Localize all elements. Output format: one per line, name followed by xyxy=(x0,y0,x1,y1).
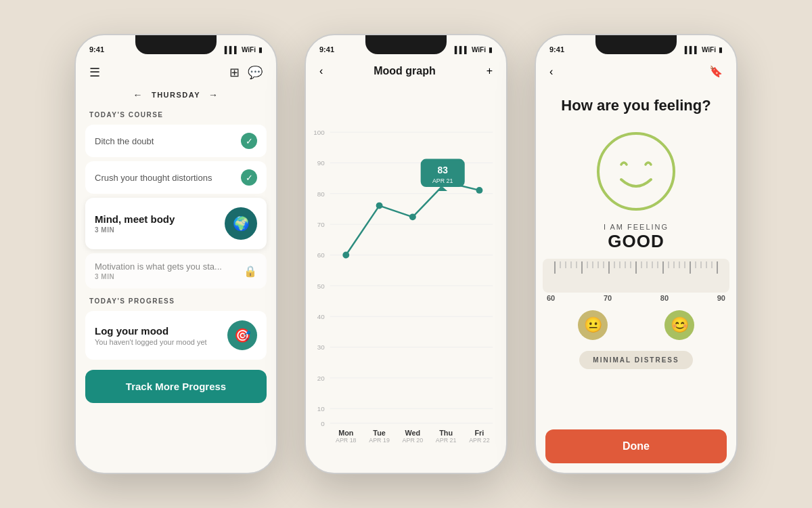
svg-text:APR 20: APR 20 xyxy=(403,438,424,444)
feeling-section: How are you feeling? I AM FEELING GOOD xyxy=(536,83,736,259)
svg-text:30: 30 xyxy=(317,343,325,351)
svg-text:60: 60 xyxy=(317,251,325,259)
phone-3: 9:41 ▌▌▌ WiFi ▮ ‹ 🔖 How are you feeling?… xyxy=(535,34,738,474)
section-course-label: TODAY'S COURSE xyxy=(76,104,276,123)
svg-text:10: 10 xyxy=(317,405,325,412)
notch xyxy=(135,35,217,54)
svg-text:83: 83 xyxy=(438,165,449,175)
feeling-question: How are you feeling? xyxy=(561,97,710,114)
phone1-header: ☰ ⊞ 💬 xyxy=(76,60,276,85)
signal-icon-2: ▌▌▌ xyxy=(455,46,469,54)
feeling-label: I AM FEELING xyxy=(604,223,669,231)
progress-sub: You haven't logged your mood yet xyxy=(95,338,207,346)
wifi-icon-3: WiFi xyxy=(702,46,716,54)
progress-item-text: Log your mood You haven't logged your mo… xyxy=(95,325,207,346)
mood-graph-title: Mood graph xyxy=(374,65,436,77)
back-icon-2[interactable]: ‹ xyxy=(319,65,323,77)
course-item-4: Motivation is what gets you sta... 3 MIN… xyxy=(85,253,267,289)
neutral-emoji[interactable]: 😐 xyxy=(578,310,608,340)
notch-2 xyxy=(365,35,447,54)
course-sub-3: 3 MIN xyxy=(95,226,175,234)
check-icon-1: ✓ xyxy=(241,133,257,149)
next-day-arrow[interactable]: → xyxy=(208,89,219,100)
signal-icon: ▌▌▌ xyxy=(225,46,239,54)
svg-text:Thu: Thu xyxy=(439,429,453,437)
phone-1: 9:41 ▌▌▌ WiFi ▮ ☰ ⊞ 💬 ← THURSDAY → TODAY… xyxy=(74,34,277,474)
svg-point-22 xyxy=(342,252,349,259)
svg-text:APR 19: APR 19 xyxy=(369,438,390,444)
track-progress-button[interactable]: Track More Progress xyxy=(85,370,267,403)
svg-text:90: 90 xyxy=(317,159,325,167)
svg-text:APR 21: APR 21 xyxy=(432,177,453,184)
svg-point-24 xyxy=(409,213,416,220)
status-icons-1: ▌▌▌ WiFi ▮ xyxy=(225,46,263,54)
phone3-header: ‹ 🔖 xyxy=(536,60,736,83)
distress-badge: MINIMAL DISTRESS xyxy=(579,351,692,369)
done-button[interactable]: Done xyxy=(545,429,727,463)
time-1: 9:41 xyxy=(89,45,104,54)
mood-graph-area: 100 90 80 70 60 50 40 30 20 10 0 xyxy=(306,83,506,473)
course-item-3[interactable]: Mind, meet body 3 MIN 🌍 xyxy=(85,198,267,249)
course-sub-4: 3 MIN xyxy=(95,273,222,280)
status-icons-2: ▌▌▌ WiFi ▮ xyxy=(455,46,493,54)
ruler-label-90: 90 xyxy=(717,294,725,302)
battery-icon-3: ▮ xyxy=(719,46,723,54)
svg-text:0: 0 xyxy=(321,420,325,427)
mood-chart-svg: 100 90 80 70 60 50 40 30 20 10 0 xyxy=(313,85,499,473)
svg-text:20: 20 xyxy=(317,375,325,382)
section-progress-label: TODAY'S PROGRESS xyxy=(76,291,276,309)
svg-text:80: 80 xyxy=(317,190,325,198)
menu-icon[interactable]: ☰ xyxy=(89,65,100,80)
good-emoji[interactable]: 😊 xyxy=(664,310,694,340)
signal-icon-3: ▌▌▌ xyxy=(685,46,699,54)
svg-text:Tue: Tue xyxy=(373,429,385,437)
ruler-label-80: 80 xyxy=(660,294,669,302)
svg-text:40: 40 xyxy=(317,313,325,320)
battery-icon-2: ▮ xyxy=(489,46,493,54)
svg-text:50: 50 xyxy=(317,282,325,290)
course-title-4: Motivation is what gets you sta... xyxy=(95,261,222,272)
phone2-header: ‹ Mood graph + xyxy=(306,60,506,83)
ruler-label-70: 70 xyxy=(604,294,612,302)
svg-text:Fri: Fri xyxy=(475,429,484,437)
svg-text:Wed: Wed xyxy=(405,429,421,437)
svg-text:APR 21: APR 21 xyxy=(436,438,457,444)
notch-3 xyxy=(595,35,677,54)
add-icon-2[interactable]: + xyxy=(487,65,493,77)
smiley-face xyxy=(595,131,677,212)
course-item-2[interactable]: Crush your thought distortions ✓ xyxy=(85,161,267,194)
battery-icon: ▮ xyxy=(258,46,263,54)
day-label: THURSDAY xyxy=(152,91,200,99)
course-item-3-text: Mind, meet body 3 MIN xyxy=(95,213,175,234)
prev-day-arrow[interactable]: ← xyxy=(133,89,143,100)
svg-text:Mon: Mon xyxy=(338,429,353,437)
ruler[interactable] xyxy=(543,259,729,293)
course-item-1[interactable]: Ditch the doubt ✓ xyxy=(85,125,267,157)
progress-item[interactable]: Log your mood You haven't logged your mo… xyxy=(85,311,267,360)
course-item-4-text: Motivation is what gets you sta... 3 MIN xyxy=(95,261,222,280)
nav-day: ← THURSDAY → xyxy=(76,85,276,104)
progress-title: Log your mood xyxy=(95,325,207,337)
emoji-row: 😐 😊 xyxy=(536,302,736,348)
svg-point-23 xyxy=(376,203,383,209)
mood-icon: 🎯 xyxy=(227,320,257,350)
course-title-2: Crush your thought distortions xyxy=(95,173,212,183)
course-title-3: Mind, meet body xyxy=(95,213,175,225)
course-thumb-3: 🌍 xyxy=(225,207,257,240)
phone3-content: ‹ 🔖 How are you feeling? I AM FEELING GO… xyxy=(536,60,736,473)
svg-text:100: 100 xyxy=(313,129,325,136)
svg-text:70: 70 xyxy=(317,221,325,228)
ruler-labels: 60 70 80 90 xyxy=(543,293,729,302)
chat-icon[interactable]: 💬 xyxy=(248,65,263,80)
svg-text:APR 22: APR 22 xyxy=(469,438,490,444)
check-icon-2: ✓ xyxy=(241,169,257,186)
calendar-icon[interactable]: ⊞ xyxy=(229,65,240,80)
bookmark-icon-3[interactable]: 🔖 xyxy=(709,65,723,78)
back-icon-3[interactable]: ‹ xyxy=(549,66,553,78)
feeling-value: GOOD xyxy=(608,231,664,252)
svg-point-26 xyxy=(476,187,483,194)
svg-text:APR 18: APR 18 xyxy=(336,438,357,444)
course-title-1: Ditch the doubt xyxy=(95,136,154,146)
ruler-container[interactable]: 60 70 80 90 xyxy=(536,259,736,302)
wifi-icon-2: WiFi xyxy=(472,46,486,54)
